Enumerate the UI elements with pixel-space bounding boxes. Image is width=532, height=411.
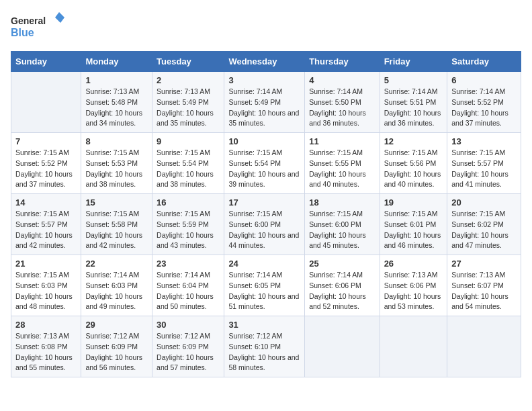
day-number: 30: [157, 320, 220, 330]
day-number: 24: [228, 259, 300, 269]
day-number: 2: [157, 75, 220, 85]
day-info: Sunrise: 7:13 AMSunset: 6:06 PMDaylight:…: [384, 270, 443, 312]
logo-svg: General Blue: [11, 11, 64, 43]
calendar-cell: 24Sunrise: 7:14 AMSunset: 6:05 PMDayligh…: [224, 255, 305, 316]
day-info: Sunrise: 7:15 AMSunset: 5:52 PMDaylight:…: [15, 148, 77, 190]
day-number: 6: [451, 75, 517, 85]
day-info: Sunrise: 7:15 AMSunset: 6:02 PMDaylight:…: [451, 209, 517, 251]
day-number: 5: [384, 75, 443, 85]
calendar-cell: 18Sunrise: 7:15 AMSunset: 6:00 PMDayligh…: [305, 194, 380, 255]
day-info: Sunrise: 7:14 AMSunset: 5:52 PMDaylight:…: [451, 87, 517, 129]
day-of-week-header: Wednesday: [224, 52, 305, 72]
calendar-cell: 16Sunrise: 7:15 AMSunset: 5:59 PMDayligh…: [152, 194, 224, 255]
day-number: 29: [85, 320, 148, 330]
day-of-week-header: Tuesday: [152, 52, 224, 72]
calendar-cell: 7Sunrise: 7:15 AMSunset: 5:52 PMDaylight…: [11, 133, 81, 194]
day-info: Sunrise: 7:15 AMSunset: 6:00 PMDaylight:…: [228, 209, 300, 251]
calendar-cell: 2Sunrise: 7:13 AMSunset: 5:49 PMDaylight…: [152, 72, 224, 133]
day-info: Sunrise: 7:13 AMSunset: 6:07 PMDaylight:…: [451, 270, 517, 312]
day-number: 22: [85, 259, 148, 269]
day-info: Sunrise: 7:15 AMSunset: 5:58 PMDaylight:…: [85, 209, 148, 251]
day-number: 15: [85, 197, 148, 208]
calendar-cell: 13Sunrise: 7:15 AMSunset: 5:57 PMDayligh…: [447, 133, 521, 194]
day-number: 7: [15, 136, 77, 146]
calendar-cell: 1Sunrise: 7:13 AMSunset: 5:48 PMDaylight…: [81, 72, 152, 133]
day-info: Sunrise: 7:15 AMSunset: 5:57 PMDaylight:…: [15, 209, 77, 251]
calendar-cell: 22Sunrise: 7:14 AMSunset: 6:03 PMDayligh…: [81, 255, 152, 316]
day-number: 18: [309, 197, 375, 208]
calendar-cell: [380, 316, 447, 377]
calendar-week-row: 1Sunrise: 7:13 AMSunset: 5:48 PMDaylight…: [11, 72, 521, 133]
day-info: Sunrise: 7:15 AMSunset: 5:56 PMDaylight:…: [384, 148, 443, 190]
calendar-week-row: 14Sunrise: 7:15 AMSunset: 5:57 PMDayligh…: [11, 194, 521, 255]
day-number: 21: [15, 259, 77, 269]
day-number: 9: [157, 136, 220, 146]
day-number: 4: [309, 75, 375, 85]
calendar-cell: 27Sunrise: 7:13 AMSunset: 6:07 PMDayligh…: [447, 255, 521, 316]
day-info: Sunrise: 7:15 AMSunset: 6:01 PMDaylight:…: [384, 209, 443, 251]
day-info: Sunrise: 7:15 AMSunset: 5:59 PMDaylight:…: [157, 209, 220, 251]
logo: General Blue: [11, 11, 64, 43]
calendar-cell: 11Sunrise: 7:15 AMSunset: 5:55 PMDayligh…: [305, 133, 380, 194]
day-info: Sunrise: 7:15 AMSunset: 6:00 PMDaylight:…: [309, 209, 375, 251]
day-info: Sunrise: 7:13 AMSunset: 5:48 PMDaylight:…: [85, 87, 148, 129]
day-number: 17: [228, 197, 300, 208]
day-info: Sunrise: 7:15 AMSunset: 5:57 PMDaylight:…: [451, 148, 517, 190]
calendar-cell: 15Sunrise: 7:15 AMSunset: 5:58 PMDayligh…: [81, 194, 152, 255]
day-number: 8: [85, 136, 148, 146]
day-info: Sunrise: 7:14 AMSunset: 6:05 PMDaylight:…: [228, 270, 300, 312]
day-number: 28: [15, 320, 77, 330]
day-number: 1: [85, 75, 148, 85]
calendar-cell: 9Sunrise: 7:15 AMSunset: 5:54 PMDaylight…: [152, 133, 224, 194]
day-info: Sunrise: 7:12 AMSunset: 6:09 PMDaylight:…: [157, 331, 220, 373]
day-number: 10: [228, 136, 300, 146]
calendar-cell: 21Sunrise: 7:15 AMSunset: 6:03 PMDayligh…: [11, 255, 81, 316]
calendar-cell: 20Sunrise: 7:15 AMSunset: 6:02 PMDayligh…: [447, 194, 521, 255]
day-of-week-header: Saturday: [447, 52, 521, 72]
day-number: 31: [228, 320, 300, 330]
day-number: 16: [157, 197, 220, 208]
day-number: 19: [384, 197, 443, 208]
calendar-cell: 6Sunrise: 7:14 AMSunset: 5:52 PMDaylight…: [447, 72, 521, 133]
calendar-week-row: 7Sunrise: 7:15 AMSunset: 5:52 PMDaylight…: [11, 133, 521, 194]
calendar-cell: 30Sunrise: 7:12 AMSunset: 6:09 PMDayligh…: [152, 316, 224, 377]
calendar-cell: 8Sunrise: 7:15 AMSunset: 5:53 PMDaylight…: [81, 133, 152, 194]
day-number: 23: [157, 259, 220, 269]
day-of-week-header: Sunday: [11, 52, 81, 72]
calendar-cell: [447, 316, 521, 377]
calendar-table: SundayMondayTuesdayWednesdayThursdayFrid…: [11, 51, 521, 377]
calendar-cell: 3Sunrise: 7:14 AMSunset: 5:49 PMDaylight…: [224, 72, 305, 133]
day-info: Sunrise: 7:12 AMSunset: 6:09 PMDaylight:…: [85, 331, 148, 373]
day-of-week-header: Thursday: [305, 52, 380, 72]
calendar-week-row: 28Sunrise: 7:13 AMSunset: 6:08 PMDayligh…: [11, 316, 521, 377]
svg-marker-1: [55, 12, 64, 23]
day-info: Sunrise: 7:14 AMSunset: 6:06 PMDaylight:…: [309, 270, 375, 312]
day-info: Sunrise: 7:14 AMSunset: 5:50 PMDaylight:…: [309, 87, 375, 129]
day-of-week-header: Monday: [81, 52, 152, 72]
day-number: 20: [451, 197, 517, 208]
day-info: Sunrise: 7:13 AMSunset: 6:08 PMDaylight:…: [15, 331, 77, 373]
calendar-cell: 19Sunrise: 7:15 AMSunset: 6:01 PMDayligh…: [380, 194, 447, 255]
day-info: Sunrise: 7:15 AMSunset: 5:54 PMDaylight:…: [228, 148, 300, 190]
calendar-cell: 17Sunrise: 7:15 AMSunset: 6:00 PMDayligh…: [224, 194, 305, 255]
day-number: 13: [451, 136, 517, 146]
day-info: Sunrise: 7:15 AMSunset: 5:53 PMDaylight:…: [85, 148, 148, 190]
calendar-cell: 12Sunrise: 7:15 AMSunset: 5:56 PMDayligh…: [380, 133, 447, 194]
calendar-cell: [11, 72, 81, 133]
calendar-cell: 28Sunrise: 7:13 AMSunset: 6:08 PMDayligh…: [11, 316, 81, 377]
calendar-cell: 14Sunrise: 7:15 AMSunset: 5:57 PMDayligh…: [11, 194, 81, 255]
calendar-cell: 10Sunrise: 7:15 AMSunset: 5:54 PMDayligh…: [224, 133, 305, 194]
day-info: Sunrise: 7:15 AMSunset: 5:55 PMDaylight:…: [309, 148, 375, 190]
calendar-cell: 26Sunrise: 7:13 AMSunset: 6:06 PMDayligh…: [380, 255, 447, 316]
calendar-header-row: SundayMondayTuesdayWednesdayThursdayFrid…: [11, 52, 521, 72]
calendar-cell: 29Sunrise: 7:12 AMSunset: 6:09 PMDayligh…: [81, 316, 152, 377]
svg-text:Blue: Blue: [11, 27, 34, 38]
day-info: Sunrise: 7:14 AMSunset: 5:49 PMDaylight:…: [228, 87, 300, 129]
day-number: 11: [309, 136, 375, 146]
day-info: Sunrise: 7:14 AMSunset: 5:51 PMDaylight:…: [384, 87, 443, 129]
day-number: 25: [309, 259, 375, 269]
calendar-cell: 31Sunrise: 7:12 AMSunset: 6:10 PMDayligh…: [224, 316, 305, 377]
svg-text:General: General: [11, 15, 46, 26]
calendar-cell: 23Sunrise: 7:14 AMSunset: 6:04 PMDayligh…: [152, 255, 224, 316]
page-header: General Blue: [11, 11, 521, 43]
